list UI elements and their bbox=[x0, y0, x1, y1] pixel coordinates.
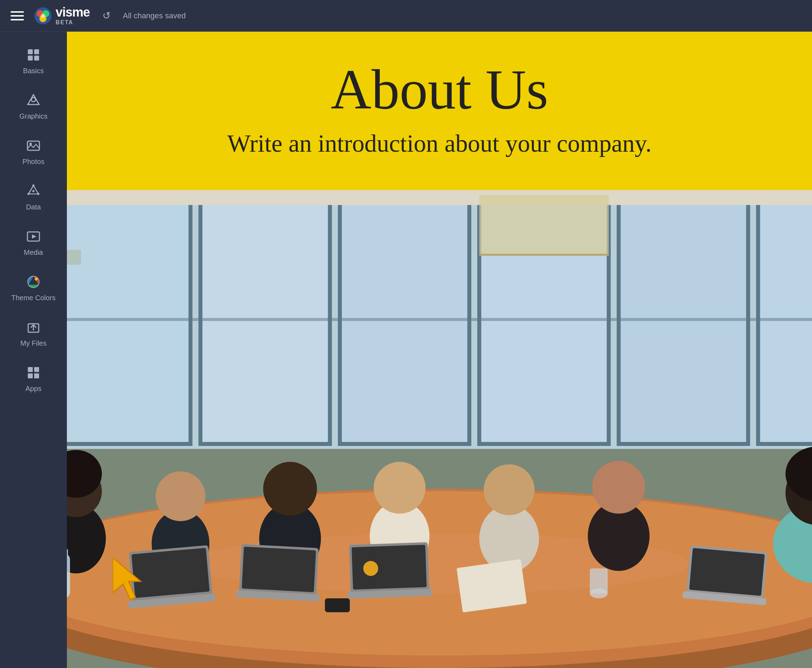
svg-point-11 bbox=[30, 143, 32, 145]
svg-rect-5 bbox=[28, 49, 33, 54]
svg-rect-24 bbox=[28, 373, 33, 378]
logo-text: visme BETA bbox=[56, 6, 90, 26]
sidebar-item-data[interactable]: Data bbox=[0, 175, 67, 220]
header: visme BETA ↺ All changes saved bbox=[0, 0, 812, 32]
my-files-icon bbox=[27, 320, 40, 336]
svg-point-57 bbox=[592, 461, 645, 514]
basics-icon bbox=[27, 48, 40, 64]
svg-rect-75 bbox=[325, 598, 350, 612]
svg-point-55 bbox=[484, 464, 534, 515]
slide-title[interactable]: About Us bbox=[331, 60, 548, 119]
photos-label: Photos bbox=[23, 158, 44, 166]
svg-rect-6 bbox=[34, 49, 39, 54]
sidebar-item-photos[interactable]: Photos bbox=[0, 130, 67, 175]
svg-point-14 bbox=[37, 193, 39, 195]
sidebar-item-my-files[interactable]: My Files bbox=[0, 311, 67, 357]
svg-rect-76 bbox=[456, 559, 527, 613]
svg-rect-23 bbox=[34, 367, 39, 372]
sidebar-item-apps[interactable]: Apps bbox=[0, 357, 67, 402]
svg-point-72 bbox=[363, 561, 378, 576]
svg-rect-73 bbox=[67, 554, 70, 598]
svg-point-49 bbox=[155, 471, 205, 521]
svg-rect-67 bbox=[242, 546, 316, 592]
theme-colors-label: Theme Colors bbox=[11, 294, 56, 302]
slide-header-section: About Us Write an introduction about you… bbox=[67, 32, 812, 190]
svg-rect-78 bbox=[689, 548, 765, 596]
svg-point-15 bbox=[32, 190, 35, 192]
basics-label: Basics bbox=[23, 67, 44, 75]
logo-area: visme BETA bbox=[34, 6, 90, 26]
save-status: All changes saved bbox=[123, 11, 186, 20]
svg-marker-90 bbox=[113, 558, 141, 600]
svg-point-13 bbox=[27, 193, 30, 195]
svg-rect-25 bbox=[34, 373, 39, 378]
hamburger-menu[interactable] bbox=[10, 11, 24, 20]
svg-rect-7 bbox=[28, 56, 33, 60]
svg-point-51 bbox=[263, 462, 317, 516]
undo-button[interactable]: ↺ bbox=[100, 9, 113, 23]
sidebar-item-theme-colors[interactable]: Theme Colors bbox=[0, 266, 67, 311]
logo-name: visme bbox=[56, 6, 90, 18]
svg-point-12 bbox=[32, 184, 35, 187]
cursor-arrow bbox=[113, 558, 151, 603]
apps-icon bbox=[27, 366, 40, 382]
media-label: Media bbox=[24, 249, 43, 257]
svg-point-4 bbox=[41, 14, 45, 18]
photos-icon bbox=[27, 139, 40, 155]
media-icon bbox=[27, 229, 40, 245]
sidebar-item-graphics[interactable]: Graphics bbox=[0, 84, 67, 130]
main-body: Basics Graphics Photos bbox=[0, 32, 812, 668]
sidebar: Basics Graphics Photos bbox=[0, 32, 67, 668]
svg-rect-86 bbox=[480, 195, 609, 255]
graphics-label: Graphics bbox=[19, 112, 47, 120]
sidebar-item-media[interactable]: Media bbox=[0, 220, 67, 266]
slide: About Us Write an introduction about you… bbox=[67, 32, 812, 668]
svg-rect-81 bbox=[590, 568, 608, 593]
svg-point-9 bbox=[31, 97, 35, 102]
svg-marker-17 bbox=[32, 234, 36, 239]
svg-rect-37 bbox=[67, 190, 812, 205]
theme-colors-icon bbox=[27, 275, 40, 291]
svg-point-53 bbox=[374, 462, 426, 513]
canvas-area[interactable]: About Us Write an introduction about you… bbox=[67, 32, 812, 668]
svg-rect-70 bbox=[352, 545, 427, 590]
my-files-label: My Files bbox=[20, 339, 47, 347]
svg-rect-22 bbox=[28, 367, 33, 372]
svg-rect-83 bbox=[67, 250, 81, 265]
beta-badge: BETA bbox=[56, 19, 73, 26]
graphics-icon bbox=[27, 93, 40, 109]
visme-logo-icon bbox=[34, 7, 52, 25]
sidebar-item-basics[interactable]: Basics bbox=[0, 39, 67, 84]
data-label: Data bbox=[26, 203, 41, 211]
slide-subtitle[interactable]: Write an introduction about your company… bbox=[227, 129, 652, 159]
apps-label: Apps bbox=[25, 385, 42, 393]
svg-point-20 bbox=[35, 278, 38, 281]
svg-point-19 bbox=[31, 280, 35, 284]
svg-rect-8 bbox=[34, 56, 39, 60]
data-icon bbox=[27, 184, 40, 200]
slide-image-section: R bbox=[67, 190, 812, 668]
